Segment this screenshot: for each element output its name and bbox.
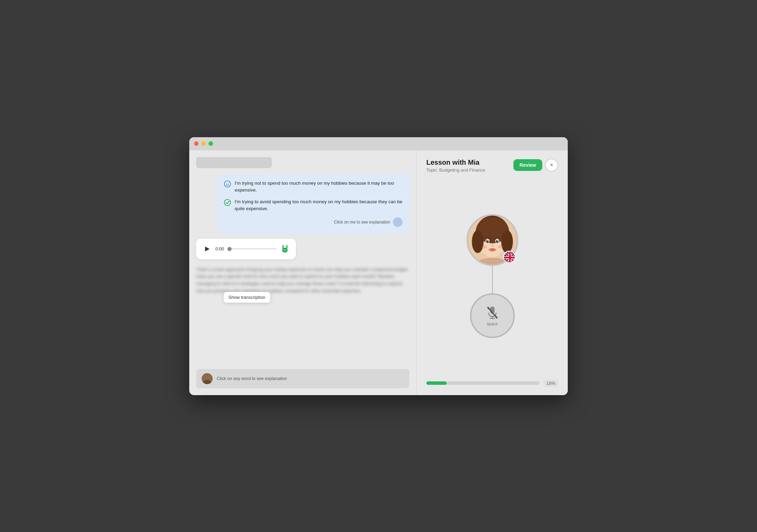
svg-point-3 — [224, 199, 231, 206]
lesson-title: Lesson with Mia — [426, 159, 485, 166]
svg-point-8 — [286, 245, 287, 248]
ai-avatar-wrapper — [467, 214, 518, 266]
mic-off-icon-container — [485, 305, 500, 319]
right-panel: Lesson with Mia Topic: Budgeting and Fin… — [416, 150, 568, 395]
explanation-avatar — [393, 217, 403, 227]
app-window: I'm trying not to spend too much money o… — [189, 137, 568, 395]
choice-option-1[interactable]: I'm trying not to spend too much money o… — [224, 180, 403, 194]
svg-point-29 — [498, 245, 503, 248]
click-explanation: Click on me to see explanation — [224, 217, 403, 227]
blurred-content: That's a smart approach! Keeping your ho… — [196, 266, 409, 363]
svg-point-28 — [481, 245, 487, 248]
svg-point-7 — [282, 245, 284, 248]
svg-point-27 — [489, 248, 495, 251]
svg-point-22 — [486, 240, 489, 243]
mic-off-icon — [485, 305, 500, 319]
svg-point-13 — [203, 380, 211, 384]
progress-section: 18% — [426, 380, 558, 387]
svg-point-24 — [487, 240, 488, 241]
minimize-window-button[interactable] — [201, 141, 206, 146]
left-panel: I'm trying not to spend too much money o… — [189, 150, 416, 395]
svg-point-12 — [205, 375, 210, 380]
svg-point-0 — [224, 181, 231, 187]
titlebar — [189, 137, 568, 150]
choice-option-2[interactable]: I'm trying to avoid spending too much mo… — [224, 198, 403, 213]
bottom-hint-text: Click on any word to see explanation — [217, 376, 287, 381]
space-label: space — [487, 322, 498, 326]
audio-progress-bar[interactable] — [227, 248, 277, 249]
svg-point-11 — [284, 250, 286, 251]
lesson-topic: Topic: Budgeting and Finance — [426, 167, 485, 173]
svg-point-2 — [228, 183, 229, 184]
svg-point-25 — [497, 240, 498, 241]
svg-rect-39 — [504, 257, 515, 258]
header-buttons: Review × — [513, 159, 558, 172]
bottom-bar: Click on any word to see explanation — [196, 369, 409, 388]
review-button[interactable]: Review — [513, 159, 542, 171]
play-icon — [205, 247, 210, 251]
close-lesson-button[interactable]: × — [545, 159, 558, 172]
choice-option-1-text: I'm trying not to spend too much money o… — [235, 180, 403, 194]
svg-point-23 — [496, 240, 499, 243]
progress-percentage: 18% — [544, 380, 558, 387]
player-controls: 0:00 — [202, 244, 290, 254]
lesson-info: Lesson with Mia Topic: Budgeting and Fin… — [426, 159, 485, 173]
progress-bar-background — [426, 381, 540, 385]
show-transcription-button[interactable]: Show transcription — [224, 292, 270, 303]
connector-line — [492, 266, 493, 293]
lesson-header: Lesson with Mia Topic: Budgeting and Fin… — [426, 159, 558, 173]
maximize-window-button[interactable] — [209, 141, 213, 146]
user-avatar — [202, 373, 213, 384]
choice-option-2-text: I'm trying to avoid spending too much mo… — [235, 198, 403, 213]
svg-point-1 — [226, 183, 227, 184]
svg-point-26 — [491, 244, 494, 247]
mic-circle[interactable]: space — [470, 293, 515, 338]
svg-point-19 — [501, 230, 513, 253]
svg-point-10 — [285, 249, 286, 250]
progress-bar-container: 18% — [426, 380, 558, 387]
avatar-diagram: space — [426, 181, 558, 371]
close-window-button[interactable] — [194, 141, 199, 146]
chat-header-bar — [196, 157, 272, 168]
svg-point-9 — [284, 249, 285, 250]
audio-player: 0:00 — [196, 239, 296, 259]
content-area: I'm trying not to spend too much money o… — [189, 150, 568, 395]
check-circle-icon — [224, 199, 231, 206]
blurred-text: That's a smart approach! Keeping your ho… — [196, 266, 409, 295]
audio-progress-thumb — [227, 247, 232, 251]
rabbit-icon[interactable] — [280, 244, 290, 254]
svg-point-18 — [472, 230, 483, 253]
time-display: 0:00 — [215, 246, 224, 251]
progress-bar-fill — [426, 381, 447, 385]
choice-bubble[interactable]: I'm trying not to spend too much money o… — [217, 174, 409, 233]
uk-flag-badge — [503, 251, 515, 263]
smiley-icon — [224, 180, 231, 188]
play-button[interactable] — [202, 244, 212, 254]
